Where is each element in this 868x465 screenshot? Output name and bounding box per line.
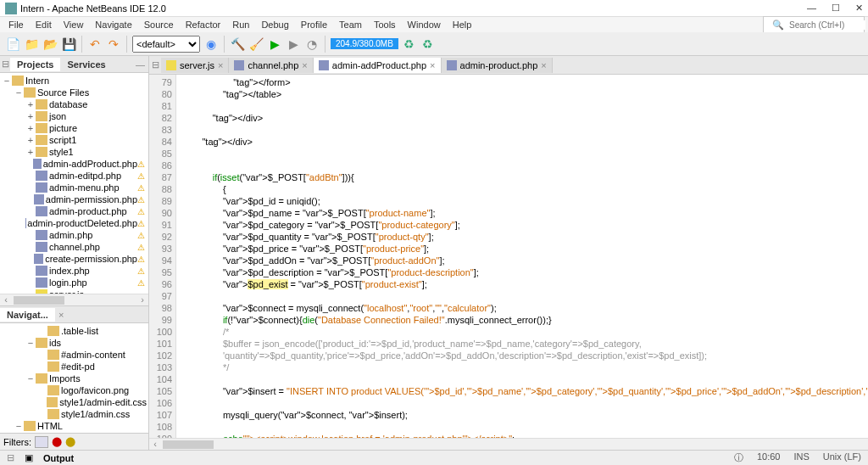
menu-window[interactable]: Window: [403, 18, 446, 31]
editor-tabs: ⊟server.js×channel.php×admin-addProduct.…: [149, 56, 868, 75]
save-all-icon[interactable]: 💾: [61, 36, 76, 52]
memory-indicator[interactable]: 204.9/380.0MB: [331, 38, 398, 49]
tree-folder[interactable]: +database: [2, 98, 147, 110]
nav-item[interactable]: logo/favicon.png: [2, 384, 147, 396]
editor-tab[interactable]: server.js×: [161, 58, 229, 73]
tab-navigator[interactable]: Navigat...: [0, 308, 55, 322]
output-label[interactable]: Output: [43, 453, 74, 463]
nav-item[interactable]: .table-list: [2, 325, 147, 337]
tree-file[interactable]: login.php⚠: [2, 277, 147, 289]
undo-icon[interactable]: ↶: [87, 36, 103, 52]
nav-item[interactable]: #admin-content: [2, 349, 147, 361]
browser-icon[interactable]: ◉: [203, 36, 219, 52]
close-button[interactable]: ✕: [855, 3, 863, 14]
menu-view[interactable]: View: [58, 18, 89, 31]
filter2-icon[interactable]: ⬤: [52, 436, 62, 447]
maximize-button[interactable]: ☐: [832, 3, 840, 14]
run-icon[interactable]: ▶: [267, 36, 282, 52]
profile-icon[interactable]: ◔: [304, 36, 320, 52]
menu-debug[interactable]: Debug: [256, 18, 293, 31]
tab-close-icon[interactable]: ×: [302, 60, 307, 70]
gc2-icon[interactable]: ♻: [420, 36, 436, 52]
tree-file[interactable]: admin-product.php⚠: [2, 205, 147, 217]
tree-file[interactable]: index.php⚠: [2, 265, 147, 277]
redo-icon[interactable]: ↷: [106, 36, 121, 52]
menu-profile[interactable]: Profile: [296, 18, 332, 31]
tree-file[interactable]: admin-permission.php⚠: [2, 193, 147, 205]
editor-tab[interactable]: admin-addProduct.php×: [314, 58, 442, 73]
code-editor[interactable]: "tag"></form> "tag"></table> "tag"></div…: [176, 75, 868, 438]
tree-file[interactable]: admin-addProduct.php⚠: [2, 158, 147, 170]
tree-file[interactable]: admin-editpd.php⚠: [2, 170, 147, 182]
tree-folder[interactable]: +json: [2, 110, 147, 122]
nav-item[interactable]: −Imports: [2, 373, 147, 384]
tree-file[interactable]: admin-productDeleted.php⚠: [2, 217, 147, 229]
menu-edit[interactable]: Edit: [31, 18, 57, 31]
tab-services[interactable]: Services: [60, 58, 112, 71]
tab-close-icon[interactable]: ×: [430, 60, 435, 70]
gc-icon[interactable]: ♻: [402, 36, 417, 52]
tree-file[interactable]: channel.php⚠: [2, 241, 147, 253]
nav-item[interactable]: −ids: [2, 337, 147, 349]
panel-minimize-icon[interactable]: —: [136, 59, 148, 70]
editor-tab[interactable]: admin-product.php×: [442, 58, 553, 73]
new-file-icon[interactable]: 📄: [5, 36, 20, 52]
tab-close-icon[interactable]: ×: [541, 60, 546, 70]
tab-projects[interactable]: Projects: [10, 58, 60, 71]
output-icon[interactable]: ▣: [25, 452, 33, 463]
menubar: File Edit View Navigate Source Refactor …: [0, 17, 868, 32]
tree-file[interactable]: admin-menu.php⚠: [2, 182, 147, 193]
menu-navigate[interactable]: Navigate: [90, 18, 136, 31]
panel-handle-icon[interactable]: ⊟: [0, 59, 10, 70]
tree-file[interactable]: admin.php⚠: [2, 229, 147, 241]
tree-file[interactable]: create-permission.php⚠: [2, 253, 147, 265]
menu-help[interactable]: Help: [448, 18, 477, 31]
nav-item[interactable]: −HTML: [2, 420, 147, 432]
insert-mode[interactable]: INS: [793, 451, 809, 464]
clean-build-icon[interactable]: 🧹: [248, 36, 264, 52]
menu-tools[interactable]: Tools: [369, 18, 401, 31]
cursor-position: 10:60: [757, 451, 781, 464]
minimize-button[interactable]: —: [807, 3, 816, 14]
nav-item[interactable]: style1/admin-edit.css: [2, 396, 147, 408]
menu-source[interactable]: Source: [139, 18, 179, 31]
project-tree[interactable]: −Intern−Source Files+database+json+pictu…: [0, 73, 148, 294]
window-title: Intern - Apache NetBeans IDE 12.0: [20, 3, 807, 14]
tree-folder[interactable]: +picture: [2, 122, 147, 134]
toolbar: 📄 📁 📂 💾 ↶ ↷ <default> ◉ 🔨 🧹 ▶ ▶ ◔ 204.9/…: [0, 32, 868, 56]
navigator-tree[interactable]: .table-list−ids#admin-content#edit-pd−Im…: [0, 323, 148, 433]
filters-label: Filters:: [3, 437, 31, 447]
menu-team[interactable]: Team: [334, 18, 367, 31]
global-search[interactable]: 🔍: [763, 16, 865, 34]
config-select[interactable]: <default>: [132, 36, 200, 53]
search-icon: 🔍: [767, 18, 789, 32]
encoding[interactable]: Unix (LF): [823, 451, 861, 464]
menu-run[interactable]: Run: [227, 18, 254, 31]
search-input[interactable]: [789, 20, 865, 30]
build-icon[interactable]: 🔨: [230, 36, 245, 52]
editor-tab[interactable]: channel.php×: [229, 58, 313, 73]
nav-item[interactable]: style1/admin.css: [2, 408, 147, 420]
app-icon: [5, 3, 17, 14]
tabs-handle-icon[interactable]: ⊟: [149, 59, 161, 70]
output-handle-icon[interactable]: ⊟: [7, 452, 14, 463]
tab-close-icon[interactable]: ×: [218, 60, 223, 70]
filter1-icon[interactable]: [35, 436, 48, 448]
menu-file[interactable]: File: [3, 18, 29, 31]
tree-folder[interactable]: +script1: [2, 134, 147, 146]
tree-folder[interactable]: +style1: [2, 146, 147, 158]
nav-close-icon[interactable]: ×: [55, 308, 67, 322]
open-icon[interactable]: 📂: [42, 36, 58, 52]
filter3-icon[interactable]: ⬤: [65, 436, 75, 447]
line-gutter[interactable]: 7980818283848586878889909192939495969798…: [149, 75, 176, 438]
debug-icon[interactable]: ▶: [286, 36, 301, 52]
notifications-icon[interactable]: ⓘ: [734, 451, 743, 464]
new-project-icon[interactable]: 📁: [24, 36, 39, 52]
nav-item[interactable]: #edit-pd: [2, 361, 147, 373]
menu-refactor[interactable]: Refactor: [181, 18, 226, 31]
